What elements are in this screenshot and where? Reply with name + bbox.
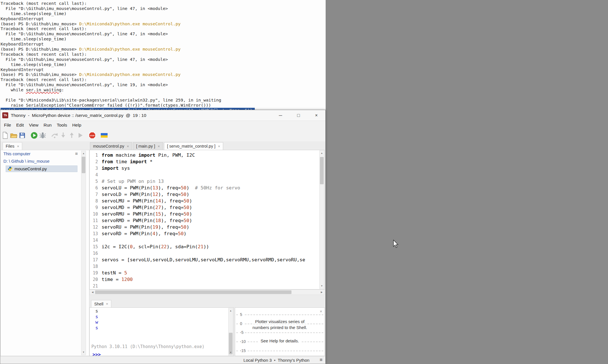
terminal-line: File "D:\Github\imu_mouse\mouseControl.p… (1, 31, 326, 36)
terminal-line: (base) PS D:\Github\imu_mouse> D:\Minico… (1, 21, 326, 26)
plot-gridline: 5 (236, 315, 323, 315)
editor-vertical-scrollbar[interactable]: ▲ ▼ (319, 150, 324, 289)
editor-tab[interactable]: mouseControl.py× (90, 142, 132, 150)
plot-tick-label: 5 (239, 312, 244, 317)
line-number: 14 (90, 237, 102, 244)
step-into-button (59, 131, 67, 140)
terminal-line: Traceback (most recent call last): (1, 26, 326, 31)
terminal-command: D:\Miniconda3\python.exe mouseControl.py (79, 72, 180, 77)
scroll-up-icon[interactable]: ▲ (229, 309, 233, 313)
line-number: 20 (90, 276, 102, 283)
tree-item-current-path[interactable]: D: \ Github \ imu_mouse (1, 158, 89, 165)
files-panel-tab[interactable]: Files × (3, 142, 22, 150)
code-line: 5# Set up PWM on pin 13 (90, 178, 324, 185)
ukraine-flag-icon (100, 133, 108, 138)
editor-tab[interactable]: [ main.py ]× (133, 142, 163, 150)
terminal-window[interactable]: Traceback (most recent call last): File … (0, 0, 326, 110)
run-current-script-button[interactable] (30, 131, 38, 140)
thonny-app-icon: Th (2, 112, 8, 118)
code-line: 16 (90, 250, 324, 257)
code-line: 15i2c = I2C(0, scl=Pin(22), sda=Pin(21)) (90, 243, 324, 250)
open-file-button[interactable] (10, 131, 17, 140)
plot-tick-label: -15 (239, 348, 247, 353)
shell-scrollbar[interactable]: ▲ ▼ (228, 308, 233, 355)
line-number: 19 (90, 270, 102, 276)
menu-edit[interactable]: Edit (14, 121, 26, 129)
step-over-button (51, 131, 58, 140)
stop-restart-button[interactable]: STOP (89, 131, 96, 140)
scroll-down-icon[interactable]: ▼ (229, 351, 233, 355)
tab-close-icon[interactable]: × (127, 144, 129, 148)
save-file-button[interactable] (19, 131, 26, 140)
editor-horizontal-scrollbar[interactable]: ◀ ▶ (89, 289, 325, 295)
editor-area: mouseControl.py×[ main.py ]×[ servo_matr… (89, 141, 325, 356)
terminal-line: File "D:\Miniconda3\Lib\site-packages\se… (1, 98, 326, 103)
svg-text:STOP: STOP (90, 135, 95, 136)
code-line: 10servoRMU = PWM(Pin(15), freq=50) (90, 211, 324, 217)
close-button[interactable]: × (307, 110, 325, 121)
terminal-line: serial.serialutil.SerialException: Clear… (1, 108, 326, 110)
menu-help[interactable]: Help (70, 121, 84, 129)
code-line: 1from machine import Pin, PWM, I2C (90, 152, 324, 158)
terminal-line: File "D:\Github\imu_mouse\mouseControl.p… (1, 6, 326, 11)
shell-line: w (95, 319, 233, 325)
scroll-down-icon[interactable]: ▼ (81, 350, 86, 354)
terminal-line: KeyboardInterrupt (1, 67, 326, 72)
tab-close-icon[interactable]: × (218, 144, 220, 148)
terminal-line (1, 92, 326, 98)
title-bar[interactable]: Th Thonny - MicroPython device :: /servo… (0, 110, 325, 121)
code-line: 19testN = 5 (90, 270, 324, 276)
code-line: 4 (90, 171, 324, 178)
line-number: 4 (90, 172, 102, 178)
menu-run[interactable]: Run (41, 121, 54, 129)
terminal-line: time.sleep(sleep_time) (1, 62, 326, 67)
files-scrollbar[interactable]: ▲ ▼ (81, 151, 86, 355)
debug-current-script-button[interactable] (39, 131, 46, 140)
maximize-button[interactable]: □ (289, 110, 307, 121)
line-number: 16 (90, 250, 102, 257)
shell-panel-tab[interactable]: Shell × (91, 300, 111, 307)
menu-file[interactable]: File (1, 121, 14, 129)
shell-close-icon[interactable]: × (106, 302, 108, 306)
scrollbar-thumb[interactable] (82, 157, 85, 173)
tab-label: mouseControl.py (93, 144, 124, 148)
code-editor[interactable]: 1from machine import Pin, PWM, I2C2from … (89, 150, 325, 289)
shell-panel[interactable]: ssws Python 3.10.11 (D:\Thonny\Thonny\py… (89, 307, 234, 356)
ukraine-flag-button[interactable] (100, 131, 108, 140)
tree-item-file[interactable]: mouseControl.py (6, 166, 77, 172)
minimize-button[interactable]: ─ (272, 110, 289, 121)
editor-tab[interactable]: [ servo_matrix_control.py ]× (164, 142, 223, 150)
scroll-left-icon[interactable]: ◀ (90, 290, 95, 295)
new-file-button[interactable] (1, 131, 9, 140)
line-number: 17 (90, 257, 102, 263)
plotter-message: Plotter visualizes series of numbers pri… (235, 319, 324, 331)
code-line: 2from time import * (90, 158, 324, 165)
menu-view[interactable]: View (26, 121, 41, 129)
menu-tools[interactable]: Tools (54, 121, 69, 129)
files-panel: Files × ≡ This computer D: \ Github \ im… (0, 141, 89, 356)
tab-close-icon[interactable]: × (158, 144, 160, 148)
line-number: 9 (90, 204, 102, 211)
scroll-up-icon[interactable]: ▲ (81, 152, 86, 156)
files-panel-close-icon[interactable]: × (17, 144, 19, 148)
scroll-right-icon[interactable]: ▶ (319, 290, 324, 295)
terminal-line: Traceback (most recent call last): (1, 1, 326, 6)
terminal-line: time.sleep(sleep_time) (1, 36, 326, 42)
line-number: 2 (90, 159, 102, 165)
terminal-line: File "D:\Github\imu_mouse\mouseControl.p… (1, 57, 326, 62)
mouse-cursor (393, 240, 399, 248)
statusbar-menu-icon[interactable]: ≡ (320, 357, 323, 363)
files-menu-icon[interactable]: ≡ (75, 151, 78, 156)
line-number: 18 (90, 263, 102, 270)
scroll-up-icon[interactable]: ▲ (320, 151, 324, 155)
step-over-icon (51, 132, 58, 139)
python-selector[interactable]: Thonny's Python (277, 358, 311, 363)
scrollbar-thumb[interactable] (320, 157, 324, 184)
scroll-down-icon[interactable]: ▼ (320, 284, 324, 288)
plotter-close-icon[interactable]: × (320, 309, 322, 314)
code-lines: 1from machine import Pin, PWM, I2C2from … (90, 150, 324, 289)
interpreter-selector[interactable]: Local Python 3 (242, 358, 273, 363)
scrollbar-thumb[interactable] (95, 290, 291, 294)
files-panel-header: Files × (0, 141, 89, 150)
status-bar: Local Python 3 • Thonny's Python ≡ (0, 356, 325, 364)
